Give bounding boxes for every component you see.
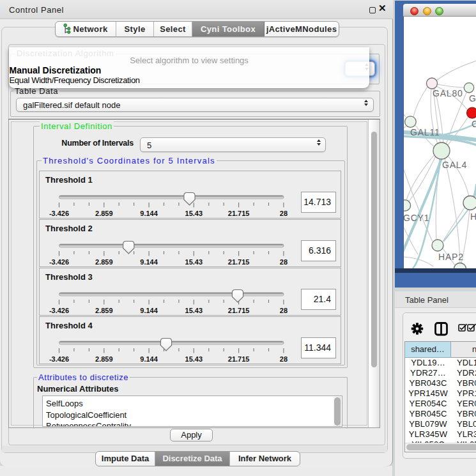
- svg-text:9.144: 9.144: [140, 307, 158, 314]
- svg-text:15.43: 15.43: [185, 258, 203, 266]
- svg-text:-3.426: -3.426: [49, 258, 69, 266]
- svg-text:HAP2: HAP2: [438, 252, 464, 262]
- svg-text:28: 28: [280, 258, 288, 266]
- svg-text:21.715: 21.715: [228, 307, 250, 314]
- svg-text:28: 28: [280, 307, 288, 314]
- svg-text:2.859: 2.859: [95, 258, 113, 266]
- svg-text:9.144: 9.144: [140, 258, 158, 266]
- svg-text:9.144: 9.144: [140, 210, 158, 217]
- svg-text:21.715: 21.715: [228, 258, 250, 266]
- svg-text:21.715: 21.715: [228, 210, 250, 217]
- svg-text:-3.426: -3.426: [49, 307, 69, 314]
- svg-text:GAL4: GAL4: [442, 160, 467, 170]
- svg-text:C: C: [472, 119, 476, 129]
- svg-text:H: H: [470, 211, 476, 222]
- svg-text:GAL80: GAL80: [433, 88, 463, 98]
- svg-text:21.715: 21.715: [228, 355, 250, 363]
- svg-text:28: 28: [280, 210, 288, 217]
- svg-text:2.859: 2.859: [95, 355, 113, 363]
- svg-text:15.43: 15.43: [185, 210, 203, 217]
- svg-text:2.859: 2.859: [95, 210, 113, 217]
- svg-text:15.43: 15.43: [185, 355, 203, 363]
- svg-text:GA: GA: [469, 93, 476, 104]
- svg-text:9.144: 9.144: [140, 355, 158, 363]
- svg-text:-3.426: -3.426: [49, 210, 69, 217]
- svg-text:15.43: 15.43: [185, 307, 203, 314]
- svg-text:2.859: 2.859: [95, 307, 113, 314]
- svg-text:GAL11: GAL11: [410, 127, 440, 137]
- svg-text:-3.426: -3.426: [49, 355, 69, 363]
- svg-text:GCY1: GCY1: [404, 213, 429, 223]
- svg-text:28: 28: [280, 355, 288, 363]
